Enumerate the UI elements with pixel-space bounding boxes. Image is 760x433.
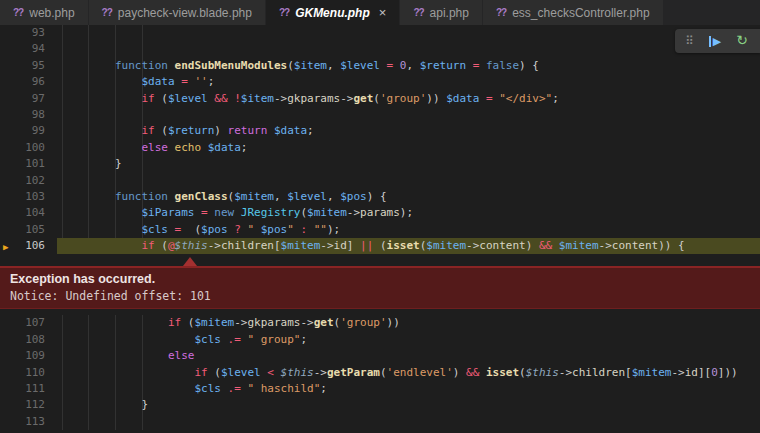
- tab-bar: ??web.php??paycheck-view.blade.php??GKMe…: [0, 0, 760, 25]
- line-number[interactable]: 109: [0, 348, 45, 364]
- code-text: [45, 173, 760, 189]
- debug-restart-button[interactable]: ↻: [736, 34, 748, 48]
- tab-ess-checkscontroller-php[interactable]: ??ess_checksController.php: [483, 0, 664, 25]
- code-text: if ($level < $this->getParam('endlevel')…: [45, 365, 760, 381]
- php-file-icon: ??: [279, 7, 289, 18]
- line-number[interactable]: 103: [0, 189, 45, 205]
- code-line-110[interactable]: 110 if ($level < $this->getParam('endlev…: [0, 365, 760, 381]
- line-number[interactable]: 105: [0, 222, 45, 238]
- code-line-101[interactable]: 101 }: [0, 156, 760, 172]
- php-file-icon: ??: [413, 7, 423, 18]
- code-text: $cls .= " group";: [45, 332, 760, 348]
- code-line-95[interactable]: 95 function endSubMenuModules($item, $le…: [0, 58, 760, 74]
- code-text: else: [45, 348, 760, 364]
- code-line-94[interactable]: 94: [0, 41, 760, 57]
- code-line-111[interactable]: 111 $cls .= " haschild";: [0, 381, 760, 397]
- code-text: $data = '';: [45, 74, 760, 90]
- line-number[interactable]: 112: [0, 397, 45, 413]
- code-section-top: 939495 function endSubMenuModules($item,…: [0, 25, 760, 254]
- line-number[interactable]: 107: [0, 315, 45, 331]
- code-line-104[interactable]: 104 $iParams = new JRegistry($mitem->par…: [0, 205, 760, 221]
- line-number[interactable]: 94: [0, 41, 45, 57]
- debug-continue-button[interactable]: ▶: [709, 36, 721, 47]
- tab-api-php[interactable]: ??api.php: [400, 0, 483, 25]
- code-text: $iParams = new JRegistry($mitem->params)…: [45, 205, 760, 221]
- code-text: if (@$this->children[$mitem->id] || (iss…: [45, 238, 760, 254]
- code-text: function genClass($mitem, $level, $pos) …: [45, 189, 760, 205]
- tab-label: ess_checksController.php: [512, 6, 649, 20]
- line-number[interactable]: 99: [0, 123, 45, 139]
- exception-title: Exception has occurred.: [10, 271, 760, 288]
- editor[interactable]: 939495 function endSubMenuModules($item,…: [0, 25, 760, 433]
- code-line-102[interactable]: 102: [0, 173, 760, 189]
- line-number[interactable]: 93: [0, 25, 45, 41]
- line-number[interactable]: 111: [0, 381, 45, 397]
- tab-paycheck-view-blade-php[interactable]: ??paycheck-view.blade.php: [89, 0, 266, 25]
- line-number[interactable]: 104: [0, 205, 45, 221]
- code-line-98[interactable]: 98: [0, 107, 760, 123]
- tab-label: web.php: [29, 6, 74, 20]
- line-number[interactable]: 113: [0, 414, 45, 430]
- tab-label: GKMenu.php: [295, 6, 370, 20]
- close-icon[interactable]: ×: [379, 6, 387, 19]
- exception-widget: Exception has occurred. Notice: Undefine…: [0, 254, 760, 315]
- code-section-bottom: 107 if ($mitem->gkparams->get('group'))1…: [0, 315, 760, 430]
- code-text: if ($mitem->gkparams->get('group')): [45, 315, 760, 331]
- debug-toolbar: ⠿ ▶ ↻: [675, 29, 760, 53]
- line-number[interactable]: 98: [0, 107, 45, 123]
- code-line-103[interactable]: 103 function genClass($mitem, $level, $p…: [0, 189, 760, 205]
- code-line-109[interactable]: 109 else: [0, 348, 760, 364]
- line-number[interactable]: 95: [0, 58, 45, 74]
- code-line-105[interactable]: 105 $cls = ($pos ? " $pos" : "");: [0, 222, 760, 238]
- line-number[interactable]: 110: [0, 365, 45, 381]
- code-line-99[interactable]: 99 if ($return) return $data;: [0, 123, 760, 139]
- code-text: else echo $data;: [45, 140, 760, 156]
- line-number[interactable]: 100: [0, 140, 45, 156]
- code-line-107[interactable]: 107 if ($mitem->gkparams->get('group')): [0, 315, 760, 331]
- line-number[interactable]: 101: [0, 156, 45, 172]
- code-text: }: [45, 397, 760, 413]
- code-line-100[interactable]: 100 else echo $data;: [0, 140, 760, 156]
- tab-label: paycheck-view.blade.php: [118, 6, 252, 20]
- code-line-93[interactable]: 93: [0, 25, 760, 41]
- code-line-106[interactable]: ▶106 if (@$this->children[$mitem->id] ||…: [0, 238, 760, 254]
- exception-message: Notice: Undefined offset: 101: [10, 288, 760, 304]
- drag-grip-icon[interactable]: ⠿: [685, 34, 694, 49]
- tab-web-php[interactable]: ??web.php: [0, 0, 89, 25]
- code-line-97[interactable]: 97 if ($level && !$item->gkparams->get('…: [0, 91, 760, 107]
- line-number[interactable]: 96: [0, 74, 45, 90]
- line-number[interactable]: 108: [0, 332, 45, 348]
- php-file-icon: ??: [13, 7, 23, 18]
- line-number[interactable]: 102: [0, 173, 45, 189]
- code-text: $cls = ($pos ? " $pos" : "");: [45, 222, 760, 238]
- exception-pointer-icon: [183, 257, 197, 266]
- tab-gkmenu-php[interactable]: ??GKMenu.php×: [266, 0, 400, 25]
- code-line-108[interactable]: 108 $cls .= " group";: [0, 332, 760, 348]
- code-text: if ($return) return $data;: [45, 123, 760, 139]
- code-text: }: [45, 156, 760, 172]
- current-frame-arrow-icon: ▶: [3, 239, 8, 255]
- code-text: if ($level && !$item->gkparams->get('gro…: [45, 91, 760, 107]
- php-file-icon: ??: [102, 7, 112, 18]
- code-line-112[interactable]: 112 }: [0, 397, 760, 413]
- exception-bar: Exception has occurred. Notice: Undefine…: [0, 266, 760, 309]
- code-text: [45, 25, 760, 41]
- tab-label: api.php: [430, 6, 469, 20]
- code-text: $cls .= " haschild";: [45, 381, 760, 397]
- code-text: [45, 414, 760, 430]
- code-line-96[interactable]: 96 $data = '';: [0, 74, 760, 90]
- code-line-113[interactable]: 113: [0, 414, 760, 430]
- line-number[interactable]: 97: [0, 91, 45, 107]
- code-text: [45, 107, 760, 123]
- php-file-icon: ??: [496, 7, 506, 18]
- code-text: [45, 41, 760, 57]
- code-text: function endSubMenuModules($item, $level…: [45, 58, 760, 74]
